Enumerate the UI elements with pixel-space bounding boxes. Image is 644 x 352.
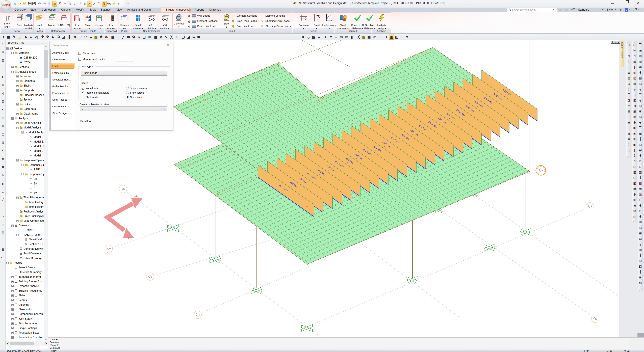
svg-text:Y: Y	[134, 194, 140, 199]
